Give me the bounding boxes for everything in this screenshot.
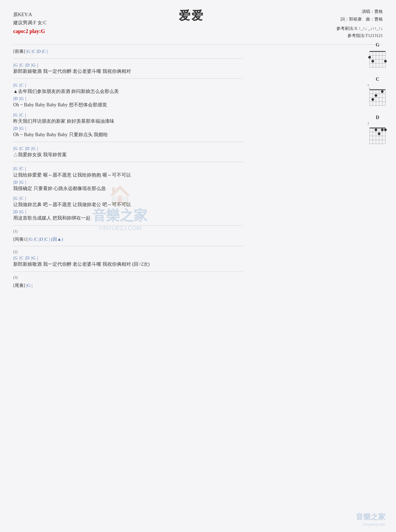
verse3-row2: |D |G | Oh ~ Baby Baby Baby Baby 只要妳点头 我… <box>13 126 243 138</box>
header-right: 演唱：曹格 詞：郭裕康 曲：曹格 参考刷法:X ↑_↑↓ _↓↑↑_↑↓ 参考指… <box>336 8 383 39</box>
header-divider <box>13 44 383 45</box>
lyricist-info: 詞：郭裕康 <box>341 17 362 21</box>
chord-D-label: D <box>376 115 379 120</box>
chord-diagrams-panel: G <box>367 42 388 145</box>
verse2-row1: |G |C | ▲去年我们参加朋友的喜酒 妳问新娘怎么会那么美 <box>13 82 243 95</box>
credits: 詞：郭裕康 曲：曹格 <box>336 16 383 23</box>
outro-content: |G | <box>26 283 32 288</box>
section-divider-5 <box>13 225 243 226</box>
chord-D-fretboard <box>367 125 388 145</box>
svg-point-27 <box>375 94 377 97</box>
verse4-chords1: |G |C | <box>13 166 243 172</box>
verse2-chords1: |G |C | <box>13 82 243 88</box>
chord-G-label: G <box>376 42 379 48</box>
chord-G-fretboard <box>367 49 388 69</box>
section-divider-6 <box>13 246 243 246</box>
prelude-section: [前奏] |G |C |D |C | <box>13 48 243 55</box>
part2-section: (2) |G |C |D |G | 新郎新娘敬酒 我一定代你醉 老公老婆斗嘴 我… <box>13 250 243 268</box>
header-area: 原KEY:A 建议男调:F 女:C capo:2 play:G 爱爱 演唱：曹格… <box>13 8 383 39</box>
verse4-lyric1: 让我给妳爱爱 喔～愿不愿意 让我给妳抱抱 喔～可不可以 <box>13 172 243 178</box>
verse6-lyric1: 新郎新娘敬酒 我一定代你醉 老公老婆斗嘴 我祝你俩相对 (回÷2次) <box>13 261 243 268</box>
svg-point-40 <box>375 129 377 131</box>
verse4-section: |G |C | 让我给妳爱爱 喔～愿不愿意 让我给妳抱抱 喔～可不可以 |D |… <box>13 166 243 192</box>
chorus-row1: |G |C |D |G | △我爱妳女孩 我等妳答案 <box>13 146 243 158</box>
svg-point-42 <box>381 129 384 131</box>
verse4-chords2: |D |G | <box>13 179 243 185</box>
strum-pattern: 参考刷法:X ↑_↑↓ _↓↑↑_↑↓ 参考指法:T1213121 <box>336 25 383 39</box>
svg-point-41 <box>378 132 380 135</box>
song-title: 爱爱 <box>47 8 336 23</box>
bottom-watermark: 音樂之家 yinyuezj.com <box>356 512 385 527</box>
verse4-lyric2: 我很确定 只要看妳 心跳永远都像现在那么急 <box>13 185 243 192</box>
verse5-chords2: |D |G | <box>13 209 243 215</box>
verse3-chords1: |G |C | <box>13 112 243 118</box>
svg-point-43 <box>384 129 387 131</box>
interlude1-label: [间奏1] <box>13 237 27 242</box>
original-key: 原KEY:A <box>13 11 47 19</box>
verse3-chords2: |D |G | <box>13 126 243 131</box>
chorus-lyric1: △我爱妳女孩 我等妳答案 <box>13 151 243 158</box>
verse3-section: |G |C | 昨天我们拜访朋友的新家 妳好羡慕那幸福油漆味 |D |G | O… <box>13 112 243 138</box>
singer-info: 演唱：曹格 <box>336 8 383 16</box>
prelude-label: [前奏] <box>13 49 25 54</box>
verse2-lyric1: ▲去年我们参加朋友的喜酒 妳问新娘怎么会那么美 <box>13 88 243 95</box>
page: 原KEY:A 建议男调:F 女:C capo:2 play:G 爱爱 演唱：曹格… <box>0 0 396 532</box>
content-area: [前奏] |G |C |D |C | |G |C |D |G | 新郎新娘敬酒 … <box>13 48 243 288</box>
svg-point-26 <box>371 98 374 101</box>
verse5-section: |G |C | 让我做妳北鼻 吧～愿不愿意 让我做妳老公 吧～可不可以 |D |… <box>13 196 243 222</box>
chorus-section: |G |C |D |G | △我爱妳女孩 我等妳答案 <box>13 146 243 158</box>
suggested-key: 建议男调:F 女:C <box>13 19 47 27</box>
capo-info: capo:2 play:G <box>13 27 47 36</box>
verse3-row1: |G |C | 昨天我们拜访朋友的新家 妳好羡慕那幸福油漆味 <box>13 112 243 125</box>
svg-point-28 <box>381 90 384 93</box>
verse3-lyric2: Oh ~ Baby Baby Baby Baby 只要妳点头 我都给 <box>13 131 243 138</box>
outro-label: [尾奏] <box>13 283 25 288</box>
verse1-lyric1: 新郎新娘敬酒 我一定代你醉 老公老婆斗嘴 我祝你俩相对 <box>13 68 243 75</box>
title-center: 爱爱 <box>47 8 336 39</box>
chord-diagram-G: G <box>367 42 388 69</box>
verse5-row2: |D |G | 用这首歌当成媒人 把我和妳绑在一起 <box>13 209 243 221</box>
verse6-row1: |G |C |D |G | 新郎新娘敬酒 我一定代你醉 老公老婆斗嘴 我祝你俩相… <box>13 255 243 268</box>
composer-info: 曲：曹格 <box>366 17 383 21</box>
bottom-watermark-sub: yinyuezj.com <box>356 522 385 527</box>
chord-diagram-D: D 2 <box>367 115 388 145</box>
header-left: 原KEY:A 建议男调:F 女:C capo:2 play:G <box>13 8 47 39</box>
part3-section: (3) [尾奏] |G | <box>13 276 243 289</box>
verse1-row1: |G |C |D |G | 新郎新娘敬酒 我一定代你醉 老公老婆斗嘴 我祝你俩相… <box>13 62 243 75</box>
verse4-row1: |G |C | 让我给妳爱爱 喔～愿不愿意 让我给妳抱抱 喔～可不可以 <box>13 166 243 178</box>
svg-text:x: x <box>369 87 370 90</box>
chord-C-label: C <box>376 77 379 82</box>
verse2-section: |G |C | ▲去年我们参加朋友的喜酒 妳问新娘怎么会那么美 |D |G | … <box>13 82 243 108</box>
part1-section: (1) [间奏1] |G |C |D |C | (回▲) <box>13 229 243 243</box>
section-divider-2 <box>13 78 243 79</box>
part3-label: (3) <box>13 276 243 280</box>
part2-label: (2) <box>13 250 243 254</box>
interlude1-line: [间奏1] |G |C |D |C | (回▲) <box>13 236 243 243</box>
interlude1-content: |G |C |D |C | (回▲) <box>29 237 63 242</box>
verse4-row2: |D |G | 我很确定 只要看妳 心跳永远都像现在那么急 <box>13 179 243 192</box>
prelude-chords: |G |C |D |C | <box>26 49 48 54</box>
verse5-lyric2: 用这首歌当成媒人 把我和妳绑在一起 <box>13 215 243 221</box>
prelude-line: [前奏] |G |C |D |C | <box>13 48 243 55</box>
verse1-section: |G |C |D |G | 新郎新娘敬酒 我一定代你醉 老公老婆斗嘴 我祝你俩相… <box>13 62 243 75</box>
chord-C-fretboard: x <box>367 87 388 107</box>
svg-point-12 <box>371 60 374 63</box>
verse5-row1: |G |C | 让我做妳北鼻 吧～愿不愿意 让我做妳老公 吧～可不可以 <box>13 196 243 208</box>
chorus-chords1: |G |C |D |G | <box>13 146 243 151</box>
verse5-chords1: |G |C | <box>13 196 243 201</box>
outro-line: [尾奏] |G | <box>13 282 243 289</box>
section-divider-1 <box>13 58 243 59</box>
chord-C-fret: x <box>367 83 369 87</box>
verse1-chords1: |G |C |D |G | <box>13 62 243 68</box>
verse2-row2: |D |G | Oh ~ Baby Baby Baby Baby 想不想体会那感… <box>13 96 243 108</box>
section-divider-7 <box>13 272 243 272</box>
section-divider-4 <box>13 162 243 162</box>
verse6-chords1: |G |C |D |G | <box>13 255 243 261</box>
svg-point-11 <box>368 56 371 59</box>
verse2-chords2: |D |G | <box>13 96 243 102</box>
verse3-lyric1: 昨天我们拜访朋友的新家 妳好羡慕那幸福油漆味 <box>13 118 243 125</box>
verse5-lyric1: 让我做妳北鼻 吧～愿不愿意 让我做妳老公 吧～可不可以 <box>13 201 243 208</box>
verse2-lyric2: Oh ~ Baby Baby Baby Baby 想不想体会那感觉 <box>13 102 243 108</box>
bottom-watermark-main: 音樂之家 <box>356 512 385 522</box>
section-divider-3 <box>13 142 243 142</box>
